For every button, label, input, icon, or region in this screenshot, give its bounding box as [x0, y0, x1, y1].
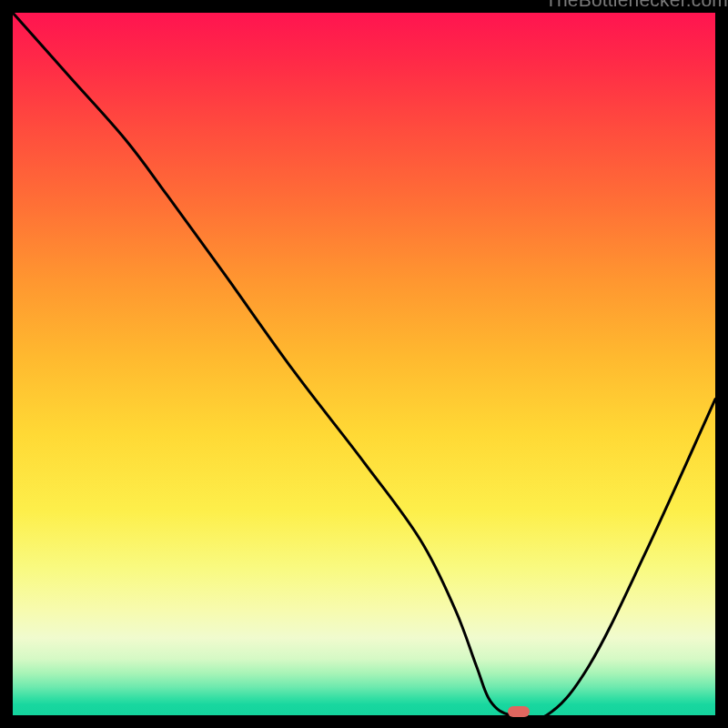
- chart-frame: TheBottlenecker.com: [0, 0, 728, 728]
- plot-area: [13, 13, 715, 715]
- watermark-text: TheBottlenecker.com: [545, 0, 728, 11]
- bottleneck-curve: [13, 13, 715, 715]
- optimal-marker: [508, 706, 530, 717]
